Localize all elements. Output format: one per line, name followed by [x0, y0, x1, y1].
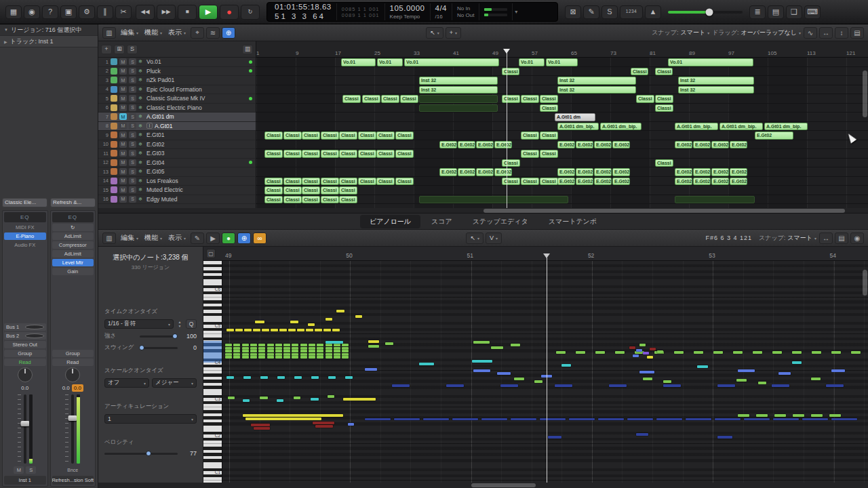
midi-note[interactable] — [294, 396, 300, 399]
region[interactable]: A.Gt01 dm_bip. — [764, 123, 808, 131]
snap-control[interactable]: スナップ: スマート ▾ — [652, 28, 709, 37]
midi-note[interactable] — [355, 315, 362, 318]
midi-note[interactable] — [294, 376, 302, 379]
drag-control[interactable]: ドラッグ: オーバーラップなし ▾ — [712, 28, 801, 37]
region[interactable]: Classi — [339, 196, 357, 204]
plugin-slot[interactable]: AdLimit — [52, 232, 94, 240]
freeze-icon[interactable]: ❄ — [138, 123, 144, 129]
midi-note[interactable] — [275, 356, 282, 359]
midi-note[interactable] — [831, 351, 841, 354]
view-menu[interactable]: 表示▾ — [166, 26, 188, 39]
track-zoom-icon[interactable]: ▥ — [102, 27, 116, 39]
midi-note[interactable] — [500, 384, 518, 387]
midi-note[interactable] — [793, 414, 804, 417]
midi-note[interactable] — [233, 356, 240, 359]
midi-note[interactable] — [233, 344, 240, 346]
region[interactable]: E.Gt02 — [439, 168, 457, 176]
freeze-icon[interactable]: ❄ — [138, 197, 144, 202]
rewind-button[interactable]: ◀◀ — [136, 5, 155, 20]
midi-note[interactable] — [308, 323, 315, 326]
piano-roll-grid[interactable]: ▢ 495051525354 C6C5C4C3C2C1 — [203, 247, 868, 483]
midi-note[interactable] — [283, 344, 290, 346]
scrollbar-thumb[interactable] — [471, 483, 536, 487]
volume-fader[interactable] — [4, 393, 46, 465]
midi-note[interactable] — [235, 329, 243, 331]
region[interactable]: E.Gt02 — [557, 141, 575, 149]
midi-note[interactable] — [277, 376, 285, 379]
track-mute-button[interactable]: M — [119, 68, 127, 75]
freeze-icon[interactable]: ❄ — [138, 96, 144, 101]
mute-button[interactable]: M — [14, 466, 24, 474]
track-row[interactable]: 7MS❄A.Gt01 dm — [98, 113, 256, 122]
pencil-icon[interactable]: ✎ — [583, 5, 599, 19]
region[interactable]: Classi — [655, 104, 673, 113]
notes-icon[interactable]: ❑ — [786, 5, 802, 19]
region[interactable]: Classi — [502, 178, 520, 186]
eq-display[interactable]: EQ — [4, 212, 46, 222]
midi-note[interactable] — [738, 414, 749, 417]
tab-score[interactable]: スコア — [422, 215, 462, 228]
midi-note[interactable] — [772, 384, 789, 387]
midi-note[interactable] — [643, 352, 649, 354]
midi-note[interactable] — [300, 347, 307, 350]
lcd-signature-section[interactable]: 4/4 /16 — [431, 3, 453, 20]
midi-note[interactable] — [336, 310, 344, 312]
region[interactable]: Inst 32 — [419, 77, 498, 85]
midi-note[interactable] — [342, 344, 349, 346]
track-mute-button[interactable]: M — [119, 178, 127, 184]
automation-icon[interactable]: ⌖ — [191, 27, 204, 39]
volume-fader[interactable] — [52, 393, 94, 465]
midi-note[interactable] — [615, 351, 625, 354]
region[interactable]: E.Gt02 — [675, 141, 692, 149]
eq-display[interactable]: EQ — [52, 212, 94, 222]
region[interactable]: A.Gt01 dm_bip. — [600, 123, 642, 131]
midi-note[interactable] — [258, 347, 265, 350]
midi-note[interactable] — [277, 399, 283, 402]
scrollbar-thumb[interactable] — [863, 270, 867, 296]
midi-note[interactable] — [636, 433, 648, 436]
view-options-icon[interactable]: ▤ — [835, 232, 848, 244]
midi-note[interactable] — [326, 356, 332, 359]
midi-note[interactable] — [452, 418, 478, 420]
region[interactable]: Classi — [264, 178, 283, 186]
region[interactable]: Classi — [264, 196, 283, 204]
midi-note[interactable] — [251, 424, 270, 426]
region[interactable]: Classi — [264, 186, 283, 195]
region[interactable]: Inst 32 — [678, 86, 754, 94]
midi-note[interactable] — [250, 353, 257, 356]
region[interactable]: Classi — [321, 196, 339, 204]
midi-note[interactable] — [715, 418, 741, 420]
midi-note[interactable] — [328, 395, 334, 398]
region[interactable]: E.Gt02 — [476, 141, 494, 149]
midi-note[interactable] — [633, 354, 639, 357]
region[interactable]: A.Gt01 dm_bip. — [675, 123, 718, 131]
metronome-button[interactable]: ▲ — [645, 5, 661, 19]
region[interactable]: E.Gt02 — [494, 168, 512, 176]
region[interactable]: Classi — [540, 95, 558, 103]
pointer-tool-menu[interactable]: ↖▾ — [426, 27, 443, 39]
track-mute-button[interactable]: M — [119, 58, 127, 65]
midi-note[interactable] — [244, 329, 252, 331]
midi-note[interactable] — [650, 348, 656, 350]
midi-note[interactable] — [778, 372, 791, 375]
time-quantize-select[interactable]: 1/16 - 音符 ▾ — [104, 319, 174, 329]
midi-note[interactable] — [736, 379, 747, 382]
midi-note[interactable] — [326, 353, 332, 356]
region[interactable] — [675, 196, 755, 204]
edit-mode-icon[interactable]: ▥ — [102, 232, 116, 244]
track-mute-button[interactable]: M — [119, 86, 127, 93]
command-tool-menu[interactable]: +▾ — [446, 27, 461, 39]
freeze-icon[interactable]: ❄ — [138, 187, 144, 192]
lcd-chevron-icon[interactable]: ▾ — [513, 9, 519, 15]
midi-note[interactable] — [345, 376, 353, 379]
midi-note[interactable] — [309, 356, 315, 359]
midi-note[interactable] — [555, 384, 572, 387]
midi-note[interactable] — [250, 344, 257, 346]
region[interactable]: Classi — [381, 95, 399, 103]
midi-note[interactable] — [639, 371, 654, 373]
region[interactable]: E.Gt02 — [693, 178, 711, 186]
region[interactable]: Classi — [358, 150, 376, 158]
midi-note[interactable] — [275, 353, 282, 356]
volume-track[interactable] — [668, 11, 743, 14]
midi-note[interactable] — [733, 351, 743, 354]
